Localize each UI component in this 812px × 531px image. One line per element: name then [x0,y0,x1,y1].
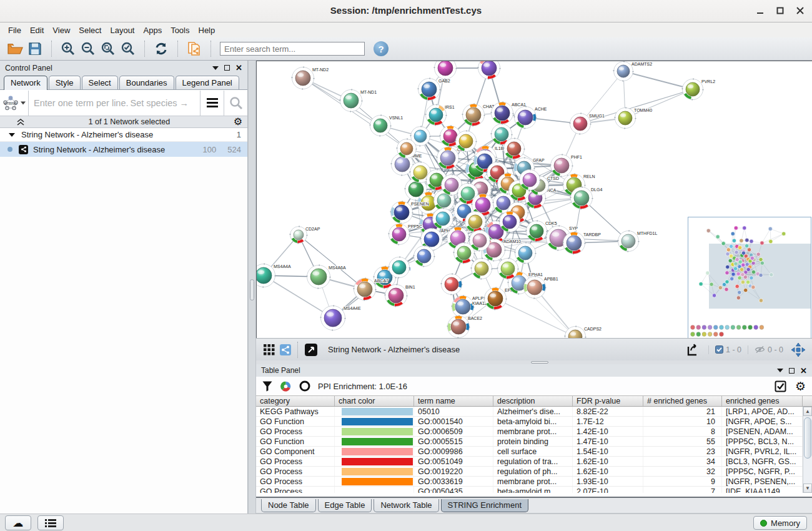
filter-icon[interactable] [262,381,272,392]
chart-color-icon[interactable] [280,380,292,392]
navigator-button[interactable] [790,340,807,359]
column-header-description[interactable]: description [493,396,573,406]
close-panel-icon[interactable]: ✕ [235,64,242,72]
close-panel-icon[interactable]: ✕ [800,367,807,375]
maximize-button[interactable] [772,6,788,17]
float-panel-icon[interactable] [224,65,230,71]
close-button[interactable] [792,6,808,17]
table-row[interactable]: KEGG Pathways05010Alzheimer's dise...8.8… [256,407,812,417]
table-row[interactable]: GO ProcessGO:0006509membrane prot...1.42… [256,427,812,437]
string-query-input[interactable]: Enter one term per line. Set species → [29,98,200,108]
string-search-button[interactable] [224,91,247,116]
network-node-smug1[interactable]: SMUG1 [570,114,605,134]
table-row[interactable]: GO ProcessGO:0051049regulation of tra...… [256,457,812,467]
network-node-cd2ap[interactable]: CD2AP [290,227,320,244]
network-node-tomm40[interactable]: TOMM40 [615,108,653,129]
select-rows-icon[interactable] [775,380,786,392]
menu-edit[interactable]: Edit [26,24,48,37]
column-header-enriched-genes[interactable]: enriched genes [722,396,803,406]
tab-network-table[interactable]: Network Table [374,499,438,512]
tab-legend-panel[interactable]: Legend Panel [176,76,239,89]
tab-edge-table[interactable]: Edge Table [318,499,372,512]
zoom-fit-button[interactable] [98,39,118,58]
tab-network[interactable]: Network [4,76,47,90]
network-node[interactable] [456,131,477,152]
table-row[interactable]: GO FunctionGO:0001540beta-amyloid bi...1… [256,417,812,427]
splitter-handle[interactable] [531,361,548,364]
table-row[interactable]: GO ProcessGO:0050435beta-amyloid m...2.0… [256,487,812,493]
table-row[interactable]: GO ProcessGO:0033619membrane prot...1.93… [256,477,812,487]
zoom-in-button[interactable] [58,39,78,58]
network-node-vsnl1[interactable]: VSNL1 [370,116,404,136]
memory-button[interactable]: Memory [753,516,807,530]
string-protein-query-button[interactable]: STRING [0,91,29,116]
vertical-splitter[interactable] [248,61,256,514]
column-header-chart-color[interactable]: chart color [335,396,414,406]
scroll-up-button[interactable]: ▲ [803,407,812,416]
network-node-irs1[interactable]: IRS1 [426,105,455,126]
share-view-button[interactable] [277,340,294,359]
column-header-category[interactable]: category [256,396,335,406]
refresh-button[interactable] [151,39,171,58]
network-node[interactable] [470,231,490,251]
network-node[interactable] [500,212,520,232]
tab-style[interactable]: Style [49,76,81,89]
network-node[interactable] [520,170,540,191]
gear-icon[interactable]: ⚙ [795,380,806,392]
network-node-dlg4[interactable]: DLG4 [571,187,603,209]
menu-tools[interactable]: Tools [166,24,194,37]
network-node-ache[interactable]: ACHE [515,107,547,129]
network-node[interactable] [472,259,492,279]
tab-node-table[interactable]: Node Table [261,499,316,512]
ring-icon[interactable] [299,380,310,392]
birds-eye-view[interactable] [688,217,811,338]
menu-file[interactable]: File [4,24,26,37]
scroll-down-button[interactable]: ▼ [803,484,812,493]
tree-expand-icon[interactable] [9,133,15,137]
help-button[interactable]: ? [374,41,389,56]
panel-menu-icon[interactable] [212,66,219,70]
collapse-all-icon[interactable] [5,118,14,126]
menu-help[interactable]: Help [194,24,220,37]
network-node[interactable] [389,257,410,278]
table-row[interactable]: GO ComponentGO:0009986cell surface1.54E-… [256,447,812,457]
network-from-clipboard-button[interactable] [184,39,204,58]
network-canvas[interactable]: MT-ND2MT-ND1VSNL1GAB2IRS1CHATABCA1ACHESM… [256,61,812,338]
tab-boundaries[interactable]: Boundaries [119,76,174,89]
network-node-bace2[interactable]: BACE2 [448,316,483,338]
network-node[interactable] [465,212,486,232]
menu-apps[interactable]: Apps [139,24,167,37]
network-node[interactable] [435,61,457,79]
network-node[interactable] [515,243,536,264]
grid-view-button[interactable] [261,340,277,359]
network-node-mt-nd1[interactable]: MT-ND1 [340,90,377,112]
float-panel-icon[interactable] [789,368,795,374]
scrollbar-thumb[interactable] [804,417,811,459]
gear-icon[interactable]: ⚙ [234,117,242,127]
tab-select[interactable]: Select [82,76,118,89]
export-view-button[interactable] [683,340,702,359]
network-node-gab2[interactable]: GAB2 [418,79,450,101]
menu-view[interactable]: View [48,24,74,37]
cloud-button[interactable]: ☁ [5,515,31,530]
network-node-cadps2[interactable]: CADPS2 [565,327,602,339]
network-node-ms4a6a[interactable]: MS4A6A [307,266,346,289]
string-options-button[interactable] [200,91,224,116]
network-node-ms4a4e[interactable]: MS4A4E [321,306,361,330]
network-node-phf1[interactable]: PHF1 [551,155,583,177]
network-node[interactable] [442,274,462,295]
zoom-out-button[interactable] [78,39,98,58]
expand-all-icon[interactable] [16,118,25,126]
network-node[interactable] [498,259,518,279]
table-row[interactable]: GO FunctionGO:0005515protein binding1.47… [256,437,812,447]
tab-string-enrichment[interactable]: STRING Enrichment [441,499,528,512]
zoom-selected-button[interactable] [118,39,138,58]
panel-menu-icon[interactable] [777,369,783,372]
splitter-handle[interactable] [250,279,254,300]
open-session-button[interactable] [5,39,25,58]
table-row[interactable]: GO ProcessGO:0019220regulation of ph...1… [256,467,812,477]
network-node-mthfd1l[interactable]: MTHFD1L [618,231,658,252]
search-input[interactable] [220,42,365,56]
minimize-button[interactable] [752,6,768,17]
network-collection-row[interactable]: String Network - Alzheimer's disease 1 [0,128,247,142]
